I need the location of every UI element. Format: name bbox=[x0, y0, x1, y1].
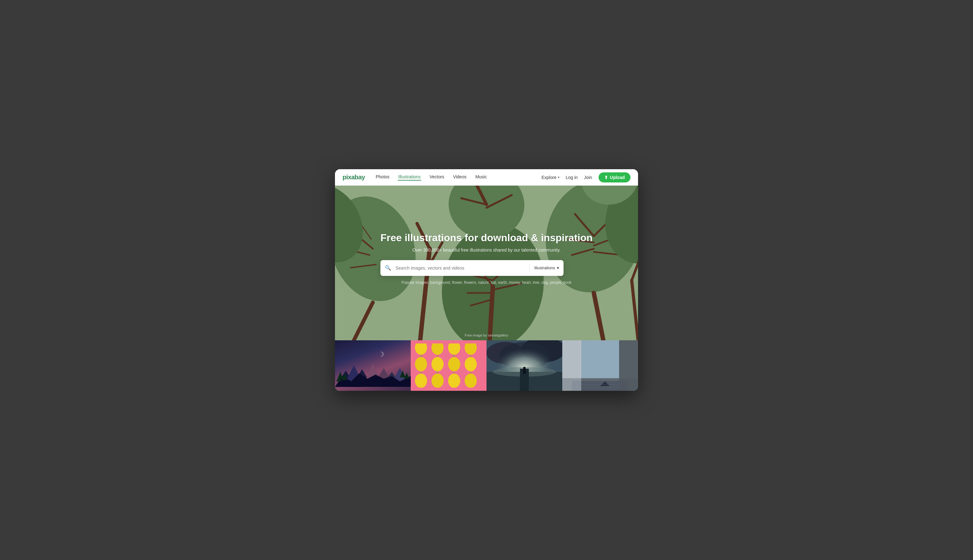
architecture-image bbox=[562, 340, 638, 391]
svg-marker-104 bbox=[619, 340, 638, 391]
logo-text: pixabay bbox=[343, 173, 365, 180]
upload-button[interactable]: ⬆ Upload bbox=[598, 172, 630, 182]
upload-icon: ⬆ bbox=[604, 175, 608, 180]
nav-photos[interactable]: Photos bbox=[375, 174, 390, 180]
svg-line-14 bbox=[490, 287, 493, 340]
stormy-sea-image bbox=[486, 340, 562, 391]
svg-point-70 bbox=[448, 357, 460, 372]
night-mountains-image: ☽ bbox=[335, 340, 411, 391]
svg-point-65 bbox=[415, 357, 427, 372]
grid-item-2[interactable] bbox=[411, 340, 486, 391]
nav-illustrations[interactable]: Illustrations bbox=[398, 174, 422, 180]
chevron-down-icon: ▾ bbox=[558, 175, 560, 179]
svg-marker-103 bbox=[562, 340, 581, 391]
explore-button[interactable]: Explore ▾ bbox=[541, 175, 559, 180]
svg-point-80 bbox=[448, 373, 460, 388]
navbar: pixabay Photos Illustrations Vectors Vid… bbox=[335, 169, 638, 186]
svg-point-77 bbox=[432, 373, 444, 388]
nav-videos[interactable]: Videos bbox=[452, 174, 467, 180]
hero-subtitle: Over 300,000+ beautiful free illustratio… bbox=[380, 247, 593, 253]
login-button[interactable]: Log in bbox=[566, 175, 578, 180]
search-type-label: Illustrations bbox=[534, 265, 555, 270]
explore-label: Explore bbox=[541, 175, 556, 180]
image-grid: ☽ bbox=[335, 340, 638, 391]
screen-wrapper: pixabay Photos Illustrations Vectors Vid… bbox=[335, 169, 638, 391]
search-input[interactable] bbox=[396, 265, 530, 270]
svg-point-73 bbox=[465, 357, 477, 372]
grid-item-1[interactable]: ☽ bbox=[335, 340, 411, 391]
popular-tags-list: background, flower, flowers, nature, cat… bbox=[430, 280, 571, 285]
nav-links: Photos Illustrations Vectors Videos Musi… bbox=[375, 174, 541, 180]
hero-section: Free illustrations for download & inspir… bbox=[335, 186, 638, 340]
svg-point-82 bbox=[465, 373, 477, 388]
hero-title: Free illustrations for download & inspir… bbox=[380, 232, 593, 244]
nav-vectors[interactable]: Vectors bbox=[429, 174, 445, 180]
svg-marker-52 bbox=[404, 373, 410, 379]
svg-point-94 bbox=[523, 367, 526, 369]
lemon-pattern-image bbox=[411, 340, 486, 391]
chevron-down-icon: ▾ bbox=[557, 265, 559, 270]
svg-rect-93 bbox=[523, 369, 526, 374]
grid-item-4[interactable] bbox=[562, 340, 638, 391]
svg-rect-102 bbox=[581, 340, 619, 378]
popular-tags: Popular Images: background, flower, flow… bbox=[380, 280, 593, 285]
logo[interactable]: pixabay bbox=[343, 173, 365, 181]
join-button[interactable]: Join bbox=[584, 175, 592, 180]
nav-right: Explore ▾ Log in Join ⬆ Upload bbox=[541, 172, 630, 182]
grid-item-3[interactable] bbox=[486, 340, 562, 391]
popular-label: Popular Images: bbox=[402, 280, 429, 285]
search-icon: 🔍 bbox=[380, 265, 396, 271]
svg-point-68 bbox=[432, 357, 444, 372]
upload-label: Upload bbox=[610, 175, 625, 180]
search-box: 🔍 Illustrations ▾ bbox=[380, 260, 563, 276]
nav-music[interactable]: Music bbox=[475, 174, 488, 180]
svg-point-75 bbox=[415, 373, 427, 388]
hero-content: Free illustrations for download & inspir… bbox=[374, 232, 599, 285]
search-type-dropdown[interactable]: Illustrations ▾ bbox=[530, 265, 563, 270]
hero-credit: Free image by seesetgallery bbox=[465, 333, 508, 337]
